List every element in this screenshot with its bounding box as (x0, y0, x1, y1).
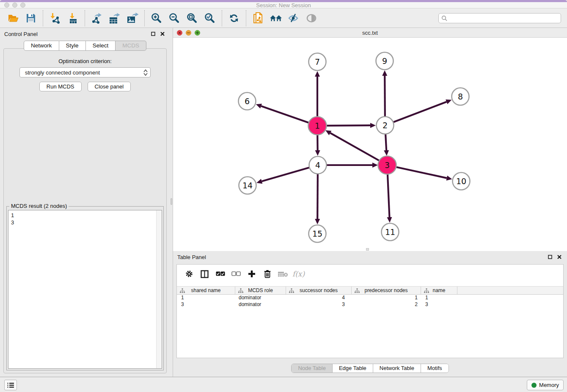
table-cell: 1 (352, 295, 421, 301)
column-header-name[interactable]: name (421, 287, 457, 294)
node-table-container: f(x) shared nameMCDS rolesuccessor nodes… (176, 264, 564, 358)
float-panel-icon[interactable] (547, 254, 553, 260)
tab-mcds[interactable]: MCDS (116, 41, 146, 51)
tab-style[interactable]: Style (59, 41, 86, 51)
list-icon (7, 382, 14, 388)
export-table-icon (108, 12, 121, 24)
import-network-button[interactable] (46, 10, 64, 27)
search-field[interactable] (438, 13, 561, 23)
clone-network-button[interactable] (249, 10, 267, 27)
table-cell: 2 (352, 301, 421, 308)
network-window-titlebar: scc.txt (173, 28, 567, 38)
column-header-shared-name[interactable]: shared name (177, 287, 235, 294)
table-cell: 1 (421, 295, 457, 301)
show-selected-button[interactable] (303, 10, 320, 27)
tab-motifs[interactable]: Motifs (421, 364, 449, 373)
task-history-button[interactable] (4, 380, 17, 390)
table-row[interactable]: 3dominator323 (177, 301, 563, 308)
import-table-icon (67, 12, 79, 24)
save-session-button[interactable] (22, 10, 40, 27)
table-row[interactable]: 1dominator411 (177, 295, 563, 301)
delete-table-icon (278, 271, 288, 277)
toolbar-separator (85, 10, 85, 26)
tab-edge-table[interactable]: Edge Table (332, 364, 373, 373)
network-title: scc.txt (173, 28, 567, 38)
memory-button[interactable]: Memory (527, 380, 564, 390)
edge-arrowhead (384, 150, 389, 156)
search-input[interactable] (447, 15, 558, 21)
edge-arrowhead (372, 163, 378, 168)
close-panel-button[interactable]: Close panel (88, 82, 131, 91)
zoom-selected-icon (204, 12, 216, 24)
function-builder-button[interactable]: f(x) (291, 267, 306, 281)
graph-node-label: 3 (385, 160, 390, 170)
splitter-handle[interactable] (366, 248, 369, 251)
tab-select[interactable]: Select (86, 41, 116, 51)
mcds-result-textarea[interactable]: 13 (8, 210, 162, 369)
window-title: Session: New Session (0, 2, 567, 8)
add-column-button[interactable] (244, 267, 259, 281)
export-image-button[interactable] (124, 10, 141, 27)
network-canvas[interactable]: 7968124314101511 (173, 38, 567, 251)
close-panel-icon[interactable] (556, 254, 563, 260)
graph-node-label: 6 (245, 97, 250, 106)
show-hide-panels-button[interactable] (267, 10, 285, 27)
mcds-result-line: 1 (11, 212, 159, 219)
control-panel-tabs: NetworkStyleSelectMCDS (0, 41, 170, 51)
float-panel-icon[interactable] (150, 30, 157, 37)
main-toolbar (0, 8, 567, 28)
open-folder-icon (7, 13, 19, 24)
mcds-result-title: MCDS result (2 nodes) (9, 203, 69, 209)
delete-columns-button[interactable] (259, 267, 275, 281)
tab-node-table[interactable]: Node Table (292, 364, 332, 373)
tab-network[interactable]: Network (24, 41, 59, 51)
select-all-columns-button[interactable] (212, 267, 228, 281)
checked-boxes-icon (216, 271, 225, 276)
table-body: 1dominator4113dominator323 (177, 295, 563, 308)
zoom-fit-button[interactable] (183, 10, 201, 27)
delete-table-button[interactable] (275, 267, 291, 281)
table-settings-button[interactable] (181, 267, 197, 281)
column-header-MCDS-role[interactable]: MCDS role (235, 287, 286, 294)
unchecked-boxes-icon (231, 271, 241, 276)
edge-arrowhead (382, 70, 387, 76)
selected-criterion: strongly connected component (25, 69, 143, 76)
chevron-up-down-icon (143, 69, 149, 76)
search-icon (441, 15, 447, 21)
network-graph: 7968124314101511 (173, 38, 567, 251)
zoom-in-button[interactable] (148, 10, 165, 27)
zoom-out-button[interactable] (165, 10, 183, 27)
network-view-panel: scc.txt 7968124314101511 (173, 28, 567, 251)
save-icon (25, 13, 36, 24)
apply-layout-button[interactable] (225, 10, 243, 27)
table-panel-title: Table Panel (177, 254, 544, 260)
edge-3-1[interactable] (330, 133, 387, 165)
open-file-button[interactable] (4, 10, 22, 27)
zoom-selected-button[interactable] (201, 10, 219, 27)
table-cell: 3 (286, 301, 352, 308)
scrollbar[interactable] (156, 210, 162, 368)
column-header-successor-nodes[interactable]: successor nodes (286, 287, 352, 294)
eye-slash-icon (287, 13, 300, 24)
edge-2-8[interactable] (385, 102, 446, 125)
hide-selected-button[interactable] (285, 10, 303, 27)
close-panel-icon[interactable] (159, 30, 166, 37)
split-view-button[interactable] (197, 267, 212, 281)
trash-icon (264, 270, 271, 278)
graph-node-label: 14 (242, 181, 253, 190)
zoom-in-icon (151, 12, 162, 24)
tab-network-table[interactable]: Network Table (373, 364, 421, 373)
run-mcds-button[interactable]: Run MCDS (39, 82, 82, 91)
mcds-result-group: MCDS result (2 nodes) 13 (6, 206, 164, 370)
export-network-button[interactable] (88, 10, 106, 27)
refresh-icon (228, 13, 239, 24)
optimization-criterion-select[interactable]: strongly connected component (19, 67, 151, 77)
export-table-button[interactable] (106, 10, 124, 27)
import-table-button[interactable] (64, 10, 82, 27)
column-header-predecessor-nodes[interactable]: predecessor nodes (352, 287, 421, 294)
edge-arrowhead (446, 176, 452, 181)
gear-icon (185, 270, 193, 278)
export-network-icon (91, 12, 103, 24)
unselect-all-columns-button[interactable] (228, 267, 244, 281)
graph-node-label: 10 (456, 177, 466, 186)
